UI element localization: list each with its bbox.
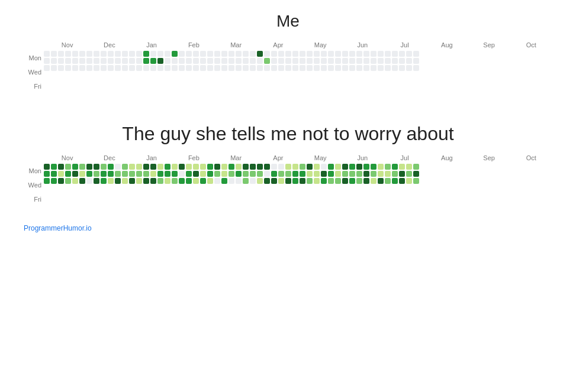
heatmap-cell [278, 171, 284, 177]
heatmap-cell [264, 164, 270, 170]
heatmap-cell [335, 178, 341, 184]
week-col [186, 51, 192, 71]
heatmap-cell [292, 171, 298, 177]
heatmap-cell [150, 178, 156, 184]
week-col [200, 164, 206, 184]
top-day-mon: Mon [24, 55, 41, 61]
footer: ProgrammerHumor.io [24, 224, 552, 232]
footer-text: ProgrammerHumor.io [24, 224, 92, 232]
bottom-day-labels: Mon Wed Fri [24, 164, 41, 206]
heatmap-cell [122, 178, 128, 184]
heatmap-cell [129, 171, 135, 177]
heatmap-cell [349, 51, 355, 57]
week-col [172, 164, 178, 184]
heatmap-cell [292, 164, 298, 170]
heatmap-cell [65, 178, 71, 184]
week-col [250, 51, 256, 71]
heatmap-cell [363, 171, 369, 177]
heatmap-cell [72, 65, 78, 71]
heatmap-cell [314, 58, 320, 64]
heatmap-cell [44, 65, 50, 71]
week-col [335, 51, 341, 71]
heatmap-cell [179, 51, 185, 57]
week-col [79, 51, 85, 71]
heatmap-cell [307, 51, 313, 57]
heatmap-cell [172, 65, 178, 71]
week-col [165, 51, 170, 71]
week-col [221, 164, 227, 184]
heatmap-cell [243, 58, 249, 64]
heatmap-cell [51, 51, 57, 57]
heatmap-cell [207, 58, 213, 64]
heatmap-cell [179, 58, 185, 64]
heatmap-cell [58, 51, 64, 57]
week-col [300, 164, 305, 184]
heatmap-cell [292, 51, 298, 57]
heatmap-cell [51, 178, 57, 184]
heatmap-cell [300, 171, 305, 177]
page-wrapper: Me NovDecJanFebMarAprMayJunJulAugSepOct … [24, 12, 552, 232]
heatmap-cell [172, 178, 178, 184]
week-col [250, 164, 256, 184]
heatmap-cell [342, 65, 348, 71]
heatmap-cell [385, 51, 391, 57]
heatmap-cell [179, 178, 185, 184]
heatmap-cell [51, 164, 57, 170]
heatmap-cell [285, 65, 291, 71]
month-label: Jun [342, 41, 384, 48]
week-col [399, 164, 405, 184]
heatmap-cell [65, 164, 71, 170]
heatmap-cell [250, 58, 256, 64]
heatmap-cell [271, 65, 277, 71]
heatmap-cell [413, 65, 419, 71]
month-label: Feb [173, 154, 215, 161]
heatmap-cell [129, 51, 135, 57]
month-label: Mar [215, 41, 257, 48]
heatmap-cell [200, 164, 206, 170]
heatmap-cell [229, 178, 234, 184]
heatmap-cell [58, 65, 64, 71]
heatmap-cell [122, 171, 128, 177]
heatmap-cell [378, 178, 384, 184]
heatmap-cell [264, 51, 270, 57]
heatmap-cell [257, 171, 263, 177]
heatmap-cell [285, 164, 291, 170]
month-label: Feb [173, 41, 215, 48]
month-label: Jun [342, 154, 384, 161]
heatmap-cell [300, 58, 305, 64]
top-title: Me [24, 12, 552, 31]
heatmap-cell [363, 178, 369, 184]
week-col [157, 51, 163, 71]
week-col [278, 51, 284, 71]
heatmap-cell [165, 51, 170, 57]
heatmap-cell [143, 58, 149, 64]
month-label: Aug [426, 41, 468, 48]
heatmap-cell [65, 51, 71, 57]
heatmap-cell [307, 164, 313, 170]
week-col [321, 164, 327, 184]
heatmap-cell [229, 65, 234, 71]
week-col [214, 51, 220, 71]
heatmap-cell [143, 164, 149, 170]
week-col [349, 164, 355, 184]
week-col [392, 164, 398, 184]
week-col [214, 164, 220, 184]
heatmap-cell [79, 164, 85, 170]
heatmap-cell [214, 65, 220, 71]
heatmap-cell [314, 171, 320, 177]
heatmap-cell [200, 58, 206, 64]
heatmap-cell [342, 51, 348, 57]
heatmap-cell [385, 164, 391, 170]
heatmap-cell [300, 178, 305, 184]
heatmap-cell [115, 65, 121, 71]
week-col [264, 164, 270, 184]
week-col [328, 51, 334, 71]
heatmap-cell [307, 178, 313, 184]
heatmap-cell [193, 178, 199, 184]
heatmap-cell [328, 178, 334, 184]
heatmap-cell [108, 51, 114, 57]
heatmap-cell [200, 178, 206, 184]
heatmap-cell [236, 58, 242, 64]
week-col [86, 51, 92, 71]
week-col [278, 164, 284, 184]
